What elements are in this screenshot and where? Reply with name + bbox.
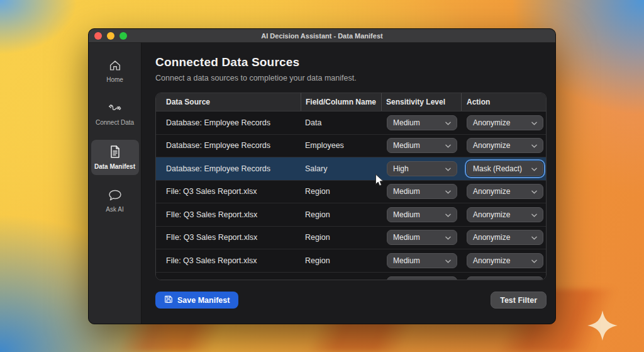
action-dropdown[interactable]: Anonymize (467, 253, 543, 268)
table-body: Database: Employee Records Data Medium (156, 111, 546, 280)
home-icon (108, 59, 122, 72)
field-name-cell: Salary (301, 157, 381, 180)
data-source-cell: FIle: Q3 Sales Report.xlsx (156, 203, 301, 226)
field-name-cell (301, 273, 381, 281)
action-dropdown[interactable]: Anonymize (467, 230, 543, 245)
chevron-down-icon (531, 280, 537, 280)
action-value: Anonymize (473, 141, 510, 150)
field-name-cell: Employees (301, 135, 381, 157)
column-header-field: Field/Column Name (301, 93, 381, 111)
data-source-cell: Database: Employee Records (156, 157, 301, 180)
table-row[interactable]: Database: Employee Records Data Medium (156, 111, 546, 135)
sidebar-item-home[interactable]: Home (91, 54, 139, 88)
window-title: AI Decision Assistant - Data Manifest (89, 32, 555, 40)
sensitivity-value: High (393, 164, 409, 173)
field-name-cell: Region (301, 181, 381, 203)
data-source-cell: FIle: Q3 Sales Report.xlsx (156, 227, 301, 249)
chevron-down-icon (445, 210, 451, 219)
action-value: Anonymize (473, 210, 510, 219)
page-subtitle: Connect a data sources to completioe you… (155, 74, 555, 82)
table-row[interactable]: Database: Employee Records Salary High (156, 157, 546, 181)
action-dropdown[interactable]: Anonymize (467, 184, 543, 199)
mouse-cursor (375, 174, 385, 190)
sensitivity-value: Medium (393, 141, 420, 150)
action-value: Anonymize (473, 233, 510, 242)
document-icon (108, 144, 122, 159)
test-filter-button[interactable]: Test Filter (491, 292, 547, 309)
action-value: Anonymize (473, 187, 510, 196)
chevron-down-icon (531, 256, 537, 265)
chevron-down-icon (531, 164, 537, 173)
chevron-down-icon (445, 118, 451, 127)
plug-cable-icon (108, 101, 123, 115)
sensitivity-dropdown[interactable]: Medium (387, 115, 457, 130)
page-title: Connected Data Sources (155, 55, 555, 69)
data-source-cell: File: Q3 Sales Report.xlsx (156, 249, 301, 272)
titlebar[interactable]: AI Decision Assistant - Data Manifest (89, 29, 555, 43)
app-window: AI Decision Assistant - Data Manifest Ho… (88, 28, 556, 324)
chevron-down-icon (445, 256, 451, 265)
sensitivity-dropdown[interactable]: High (387, 161, 457, 176)
sensitivity-value: Medium (393, 118, 420, 127)
action-dropdown[interactable]: Anonymize (467, 115, 543, 130)
sensitivity-value: Medium (393, 233, 420, 242)
test-filter-label: Test Filter (500, 296, 537, 305)
main-content: Connected Data Sources Connect a data so… (142, 43, 555, 324)
data-sources-table: Data Source Field/Column Name Sensitivit… (155, 93, 547, 280)
action-dropdown[interactable]: Mask (Redact) (467, 161, 543, 176)
chevron-down-icon (531, 187, 537, 196)
data-source-cell (156, 273, 301, 281)
data-source-cell: File: Q3 Sales Report.xlsx (156, 181, 301, 203)
sidebar-item-label: Ask AI (106, 206, 123, 213)
table-row[interactable]: File: Q3 Sales Report.xlsx Region Medium (156, 249, 546, 273)
field-name-cell: Region (301, 227, 381, 249)
footer-actions: Save Manifest Test Filter (155, 292, 547, 309)
action-value: Anonymize (473, 256, 510, 265)
column-header-sensitivity: Sensitivity Level (381, 93, 461, 111)
chevron-down-icon (445, 233, 451, 242)
save-icon (164, 295, 173, 305)
sensitivity-value: Medium (393, 256, 420, 265)
table-row[interactable]: FIle: Q3 Sales Report.xlsx Region Medium (156, 203, 546, 227)
action-value: Mask (Redact) (473, 164, 522, 173)
save-manifest-label: Save Manifest (177, 296, 230, 305)
sensitivity-dropdown[interactable]: Medium (387, 138, 457, 153)
sensitivity-value: Medium (393, 187, 420, 196)
data-source-cell: Database: Employee Records (156, 111, 301, 134)
sensitivity-dropdown[interactable]: Medium (387, 253, 457, 268)
chevron-down-icon (445, 141, 451, 150)
sidebar: Home Connect Data (89, 43, 142, 324)
sensitivity-dropdown[interactable] (387, 276, 457, 280)
table-row[interactable] (156, 273, 546, 281)
table-row[interactable]: Database: Employee Records Employees Med… (156, 135, 546, 158)
action-dropdown[interactable] (467, 276, 543, 280)
chevron-down-icon (445, 187, 451, 196)
sidebar-item-ask-ai[interactable]: Ask AI (91, 184, 139, 218)
sensitivity-dropdown[interactable]: Medium (387, 184, 457, 199)
table-header: Data Source Field/Column Name Sensitivit… (156, 93, 546, 111)
sensitivity-dropdown[interactable]: Medium (387, 207, 457, 222)
sensitivity-dropdown[interactable]: Medium (387, 230, 457, 245)
chevron-down-icon (445, 280, 451, 280)
table-row[interactable]: FIle: Q3 Sales Report.xlsx Region Medium (156, 227, 546, 250)
sidebar-item-label: Data Manifest (94, 163, 135, 170)
sparkle-icon (587, 310, 618, 344)
field-name-cell: Region (301, 203, 381, 226)
chevron-down-icon (531, 118, 537, 127)
sidebar-item-connect-data[interactable]: Connect Data (91, 97, 139, 131)
chevron-down-icon (531, 141, 537, 150)
sidebar-item-label: Connect Data (96, 119, 134, 126)
sidebar-item-data-manifest[interactable]: Data Manifest (91, 140, 139, 175)
action-dropdown[interactable]: Anonymize (467, 207, 543, 222)
field-name-cell: Data (301, 111, 381, 134)
column-header-action: Action (461, 93, 546, 111)
column-header-data-source: Data Source (156, 93, 301, 111)
field-name-cell: Region (301, 249, 381, 272)
save-manifest-button[interactable]: Save Manifest (155, 292, 238, 309)
chevron-down-icon (531, 233, 537, 242)
sensitivity-value: Medium (393, 210, 420, 219)
action-value: Anonymize (473, 118, 510, 127)
table-row[interactable]: File: Q3 Sales Report.xlsx Region Medium (156, 181, 546, 204)
chevron-down-icon (531, 210, 537, 219)
action-dropdown[interactable]: Anonymize (467, 138, 543, 153)
